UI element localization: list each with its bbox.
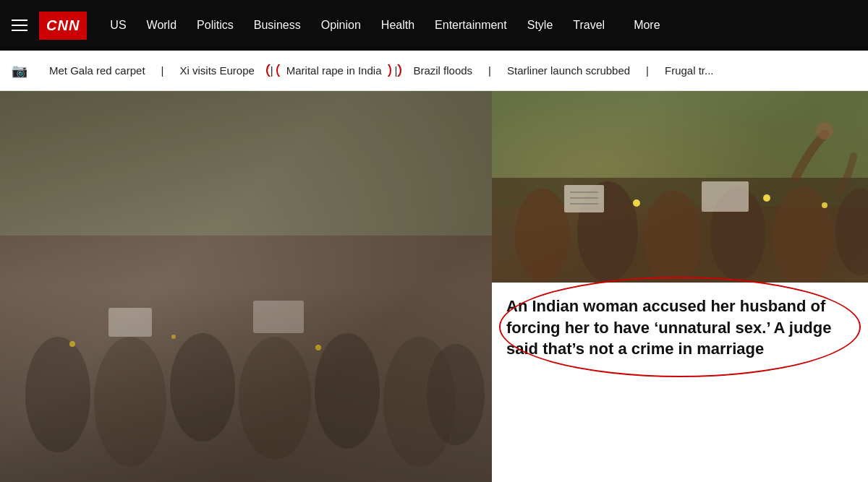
svg-point-27 bbox=[633, 199, 640, 207]
svg-point-30 bbox=[816, 122, 833, 139]
ticker-separator-2: | bbox=[391, 64, 400, 77]
main-content: An Indian woman accused her husband of f… bbox=[0, 91, 868, 482]
svg-point-12 bbox=[171, 335, 176, 339]
right-hero-image[interactable] bbox=[492, 91, 868, 283]
nav-links: US World Politics Business Opinion Healt… bbox=[101, 7, 677, 43]
nav-item-opinion[interactable]: Opinion bbox=[312, 13, 370, 38]
cnn-logo[interactable]: CNN bbox=[39, 12, 87, 40]
svg-point-4 bbox=[170, 333, 235, 442]
nav-item-health[interactable]: Health bbox=[373, 13, 423, 38]
svg-point-11 bbox=[69, 341, 75, 347]
ticker-item-0[interactable]: Met Gala red carpet bbox=[36, 64, 158, 77]
svg-rect-23 bbox=[702, 181, 749, 212]
svg-point-6 bbox=[315, 333, 380, 449]
nav-item-entertainment[interactable]: Entertainment bbox=[426, 13, 516, 38]
svg-point-29 bbox=[822, 202, 827, 208]
svg-point-8 bbox=[427, 344, 485, 445]
left-image-overlay bbox=[0, 91, 492, 482]
ticker-separator-1: | bbox=[268, 64, 276, 77]
ticker-item-4[interactable]: Starliner launch scrubbed bbox=[494, 64, 643, 77]
left-hero-image bbox=[0, 91, 492, 482]
nav-item-us[interactable]: US bbox=[101, 13, 135, 38]
svg-rect-9 bbox=[109, 308, 152, 337]
ticker-items: Met Gala red carpet | Xi visits Europe |… bbox=[36, 64, 727, 77]
nav-item-travel[interactable]: Travel bbox=[564, 13, 613, 38]
ticker-item-5[interactable]: Frugal tr... bbox=[652, 64, 727, 77]
svg-rect-0 bbox=[0, 91, 492, 236]
ticker-item-3[interactable]: Brazil floods bbox=[400, 64, 485, 77]
svg-point-5 bbox=[239, 337, 311, 460]
svg-rect-10 bbox=[253, 301, 304, 333]
right-section: An Indian woman accused her husband of f… bbox=[492, 91, 868, 482]
svg-point-13 bbox=[315, 345, 321, 350]
article-text-section: An Indian woman accused her husband of f… bbox=[492, 283, 868, 371]
nav-item-more[interactable]: More bbox=[616, 7, 677, 43]
ticker-bar: 📷 Met Gala red carpet | Xi visits Europe… bbox=[0, 51, 868, 91]
hamburger-menu[interactable] bbox=[12, 20, 27, 31]
svg-point-28 bbox=[763, 194, 770, 202]
nav-item-business[interactable]: Business bbox=[245, 13, 310, 38]
svg-point-16 bbox=[515, 189, 570, 283]
ticker-separator-3: | bbox=[485, 64, 494, 77]
left-section bbox=[0, 91, 492, 482]
svg-point-3 bbox=[94, 337, 166, 467]
ticker-separator-0: | bbox=[158, 64, 167, 77]
svg-rect-22 bbox=[564, 185, 604, 212]
nav-item-style[interactable]: Style bbox=[519, 13, 562, 38]
nav-item-world[interactable]: World bbox=[138, 13, 186, 38]
right-image-svg bbox=[492, 91, 868, 283]
camera-icon: 📷 bbox=[12, 63, 27, 79]
ticker-item-2[interactable]: Marital rape in India bbox=[276, 64, 392, 77]
nav-item-politics[interactable]: Politics bbox=[188, 13, 242, 38]
article-headline[interactable]: An Indian woman accused her husband of f… bbox=[506, 296, 854, 360]
ticker-separator-4: | bbox=[643, 64, 652, 77]
nav-bar: CNN US World Politics Business Opinion H… bbox=[0, 0, 868, 51]
ticker-item-1[interactable]: Xi visits Europe bbox=[166, 64, 267, 77]
svg-point-2 bbox=[25, 337, 90, 452]
